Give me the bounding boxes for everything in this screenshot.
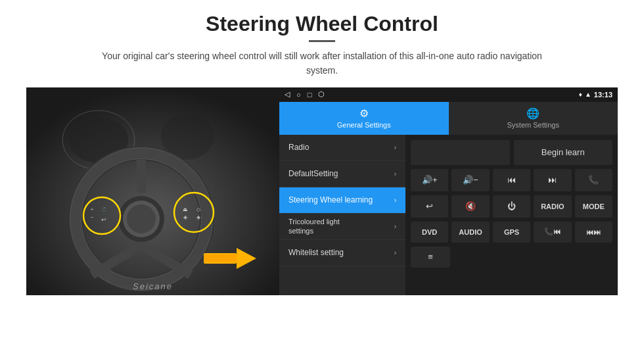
- list-icon: ≡: [428, 252, 433, 262]
- gps-icon: ♦: [579, 91, 582, 98]
- svg-rect-25: [204, 254, 237, 262]
- vol-up-icon: 🔊+: [422, 175, 438, 185]
- status-bar-left: ◁ ○ □ ⬡: [285, 90, 325, 99]
- time-display: 13:13: [594, 91, 612, 99]
- mute-button[interactable]: 🔇: [451, 195, 489, 218]
- controls-row-1: 🔊+ 🔊− ⏮ ⏭ 📞: [411, 169, 612, 191]
- car-image-section: + − 🎵 ↩ ⏏ ◈ ◇ ◈: [26, 87, 279, 295]
- svg-text:−: −: [91, 214, 94, 220]
- car-background: + − 🎵 ↩ ⏏ ◈ ◇ ◈: [26, 87, 279, 295]
- system-settings-icon: 🌐: [526, 107, 540, 120]
- menu-item-default-setting[interactable]: DefaultSetting ›: [279, 161, 405, 187]
- chevron-icon-steering: ›: [394, 197, 396, 204]
- controls-row-3: DVD AUDIO GPS 📞⏮ ⏮⏭: [411, 222, 612, 243]
- mute-icon: 🔇: [465, 201, 476, 211]
- status-bar: ◁ ○ □ ⬡ ♦ ▲ 13:13: [279, 87, 618, 102]
- chevron-icon-tricoloured: ›: [394, 223, 396, 230]
- general-settings-icon: ⚙: [359, 107, 369, 120]
- begin-learn-button[interactable]: Begin learn: [514, 140, 613, 165]
- svg-text:◈: ◈: [196, 214, 201, 220]
- radio-button[interactable]: RADIO: [534, 195, 571, 218]
- subtitle: Your original car's steering wheel contr…: [99, 49, 545, 78]
- chevron-icon-radio: ›: [394, 144, 396, 151]
- menu-item-steering-wheel[interactable]: Steering Wheel learning ›: [279, 187, 405, 214]
- phone-prev-button[interactable]: 📞⏮: [534, 222, 571, 243]
- dvd-label: DVD: [422, 228, 437, 236]
- title-divider: [309, 40, 335, 42]
- status-bar-right: ♦ ▲ 13:13: [579, 91, 612, 99]
- power-icon: ⏻: [507, 201, 516, 211]
- left-menu: Radio › DefaultSetting › Steering Wheel …: [279, 135, 405, 295]
- chevron-icon-default: ›: [394, 170, 396, 178]
- tab-system-label: System Settings: [507, 121, 559, 129]
- watermark: Seicane: [133, 281, 173, 291]
- home-icon[interactable]: ○: [296, 91, 301, 99]
- vol-down-button[interactable]: 🔊−: [451, 169, 489, 191]
- svg-text:↩: ↩: [101, 216, 106, 223]
- prev-next-icon: ⏮⏭: [586, 228, 601, 236]
- wifi-icon: ▲: [585, 91, 591, 98]
- list-button[interactable]: ≡: [411, 247, 450, 268]
- radio-label: RADIO: [541, 203, 564, 210]
- svg-text:◈: ◈: [183, 214, 188, 220]
- vol-up-button[interactable]: 🔊+: [411, 169, 448, 191]
- main-content: Radio › DefaultSetting › Steering Wheel …: [279, 135, 618, 295]
- power-button[interactable]: ⏻: [493, 195, 530, 218]
- tab-general-label: General Settings: [337, 121, 391, 129]
- tab-system-settings[interactable]: 🌐 System Settings: [449, 102, 618, 135]
- menu-tricoloured-label: Tricoloured lightsettings: [288, 217, 340, 236]
- mode-label: MODE: [583, 203, 605, 210]
- svg-text:⏏: ⏏: [183, 206, 188, 212]
- svg-text:🎵: 🎵: [101, 206, 107, 212]
- svg-point-12: [127, 204, 156, 233]
- page-title: Steering Wheel Control: [26, 12, 618, 36]
- title-section: Steering Wheel Control Your original car…: [26, 12, 618, 87]
- controls-row-2: ↩ 🔇 ⏻ RADIO MODE: [411, 195, 612, 218]
- menu-icon[interactable]: ⬡: [318, 90, 325, 99]
- menu-item-whitelist[interactable]: Whitelist setting ›: [279, 240, 405, 266]
- empty-display-box: [411, 140, 510, 165]
- chevron-icon-whitelist: ›: [394, 249, 396, 256]
- phone-icon: 📞: [588, 175, 599, 185]
- phone-prev-icon: 📞⏮: [544, 227, 561, 236]
- back-icon[interactable]: ◁: [285, 90, 290, 99]
- prev-button[interactable]: ⏮: [493, 169, 530, 191]
- content-area: + − 🎵 ↩ ⏏ ◈ ◇ ◈: [26, 87, 618, 352]
- menu-radio-label: Radio: [288, 143, 309, 152]
- mode-button[interactable]: MODE: [575, 195, 612, 218]
- svg-text:◇: ◇: [196, 206, 201, 212]
- menu-item-tricoloured[interactable]: Tricoloured lightsettings ›: [279, 214, 405, 240]
- menu-item-radio[interactable]: Radio ›: [279, 135, 405, 161]
- vol-down-icon: 🔊−: [463, 175, 478, 185]
- right-controls-panel: Begin learn 🔊+ 🔊− ⏮: [405, 135, 618, 295]
- prev-icon: ⏮: [507, 175, 516, 185]
- tab-general-settings[interactable]: ⚙ General Settings: [279, 102, 449, 135]
- tab-bar: ⚙ General Settings 🌐 System Settings: [279, 102, 618, 135]
- prev-next-button[interactable]: ⏮⏭: [575, 222, 612, 243]
- next-button[interactable]: ⏭: [534, 169, 571, 191]
- page-container: Steering Wheel Control Your original car…: [0, 0, 644, 359]
- controls-row-4: ≡: [411, 247, 612, 268]
- audio-label: AUDIO: [459, 228, 482, 236]
- next-icon: ⏭: [548, 175, 557, 185]
- android-panel: ◁ ○ □ ⬡ ♦ ▲ 13:13 ⚙ General Settings: [279, 87, 618, 295]
- back-call-icon: ↩: [426, 201, 433, 211]
- back-call-button[interactable]: ↩: [411, 195, 448, 218]
- dvd-button[interactable]: DVD: [411, 222, 448, 243]
- begin-learn-row: Begin learn: [411, 140, 612, 165]
- gps-label: GPS: [504, 228, 519, 236]
- phone-button[interactable]: 📞: [575, 169, 612, 191]
- gps-button[interactable]: GPS: [493, 222, 530, 243]
- menu-steering-label: Steering Wheel learning: [288, 195, 373, 204]
- recent-icon[interactable]: □: [308, 91, 312, 99]
- menu-whitelist-label: Whitelist setting: [288, 248, 344, 257]
- svg-text:+: +: [91, 206, 94, 212]
- audio-button[interactable]: AUDIO: [451, 222, 489, 243]
- menu-default-label: DefaultSetting: [288, 169, 338, 178]
